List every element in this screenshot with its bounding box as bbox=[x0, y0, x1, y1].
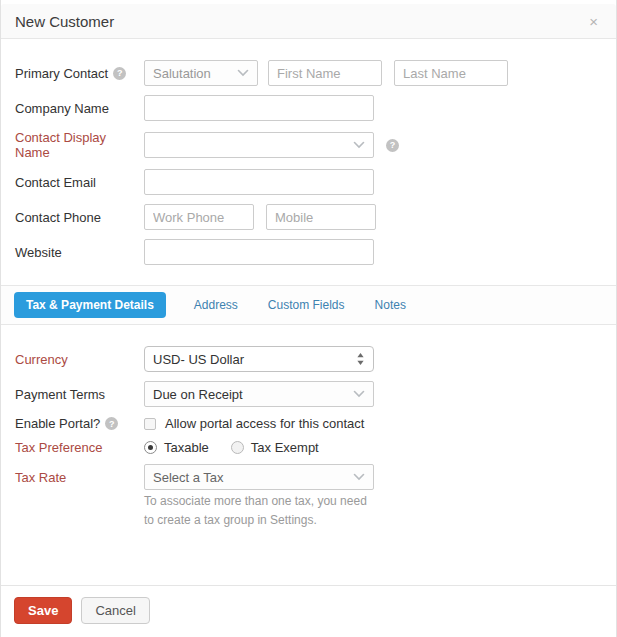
close-icon[interactable]: × bbox=[585, 12, 602, 31]
website-input[interactable] bbox=[144, 239, 374, 265]
portal-access-checkbox-label: Allow portal access for this contact bbox=[165, 416, 364, 431]
work-phone-input[interactable] bbox=[144, 204, 254, 230]
enable-portal-label: Enable Portal? bbox=[15, 416, 100, 431]
last-name-input[interactable] bbox=[394, 60, 508, 86]
tax-rate-label-group: Tax Rate bbox=[15, 470, 144, 485]
contact-phone-label: Contact Phone bbox=[15, 210, 101, 225]
contact-display-name-label: Contact Display Name bbox=[15, 130, 144, 160]
tax-rate-help-text: To associate more than one tax, you need… bbox=[144, 492, 380, 529]
chevron-down-icon bbox=[237, 69, 249, 77]
currency-select-value: USD- US Dollar bbox=[153, 352, 244, 367]
portal-access-checkbox[interactable] bbox=[144, 418, 156, 430]
help-icon[interactable]: ? bbox=[105, 417, 118, 430]
payment-terms-select[interactable]: Due on Receipt bbox=[144, 381, 374, 407]
tax-rate-field-group: Select a Tax To associate more than one … bbox=[144, 464, 380, 529]
company-name-input[interactable] bbox=[144, 95, 374, 121]
website-label-group: Website bbox=[15, 245, 144, 260]
tab-address[interactable]: Address bbox=[192, 292, 240, 318]
enable-portal-label-group: Enable Portal? ? bbox=[15, 416, 144, 431]
payment-terms-label: Payment Terms bbox=[15, 387, 105, 402]
taxable-radio[interactable] bbox=[144, 441, 157, 454]
primary-contact-label: Primary Contact bbox=[15, 66, 108, 81]
contact-email-input[interactable] bbox=[144, 169, 374, 195]
payment-terms-row: Payment Terms Due on Receipt bbox=[15, 381, 602, 407]
currency-row: Currency USD- US Dollar bbox=[15, 346, 602, 372]
tax-preference-label-group: Tax Preference bbox=[15, 440, 144, 455]
taxable-radio-label: Taxable bbox=[164, 440, 209, 455]
contact-form-section: Primary Contact ? Salutation Company Nam… bbox=[1, 39, 616, 265]
currency-select[interactable]: USD- US Dollar bbox=[144, 346, 374, 372]
payment-terms-select-value: Due on Receipt bbox=[153, 387, 243, 402]
salutation-select-value: Salutation bbox=[153, 66, 211, 81]
tab-notes[interactable]: Notes bbox=[373, 292, 408, 318]
tab-custom-fields[interactable]: Custom Fields bbox=[266, 292, 347, 318]
contact-display-name-row: Contact Display Name ? bbox=[15, 130, 602, 160]
payment-terms-label-group: Payment Terms bbox=[15, 387, 144, 402]
dialog-title: New Customer bbox=[15, 13, 114, 30]
currency-label: Currency bbox=[15, 352, 68, 367]
tax-payment-section: Currency USD- US Dollar Payment Terms Du… bbox=[1, 325, 616, 529]
tax-rate-select-value: Select a Tax bbox=[153, 470, 224, 485]
enable-portal-row: Enable Portal? ? Allow portal access for… bbox=[15, 416, 602, 431]
tab-tax-payment-details[interactable]: Tax & Payment Details bbox=[14, 292, 166, 318]
dialog-header: New Customer × bbox=[1, 4, 616, 39]
taxable-radio-option[interactable]: Taxable bbox=[144, 440, 209, 455]
chevron-down-icon bbox=[353, 141, 365, 149]
currency-label-group: Currency bbox=[15, 352, 144, 367]
contact-email-label-group: Contact Email bbox=[15, 175, 144, 190]
dialog-footer: Save Cancel bbox=[1, 585, 616, 637]
tax-preference-label: Tax Preference bbox=[15, 440, 102, 455]
tax-rate-row: Tax Rate Select a Tax To associate more … bbox=[15, 464, 602, 529]
contact-email-row: Contact Email bbox=[15, 169, 602, 195]
company-name-label-group: Company Name bbox=[15, 101, 144, 116]
mobile-input[interactable] bbox=[266, 204, 376, 230]
help-icon[interactable]: ? bbox=[386, 139, 399, 152]
tax-exempt-radio-option[interactable]: Tax Exempt bbox=[231, 440, 319, 455]
contact-email-label: Contact Email bbox=[15, 175, 96, 190]
chevron-down-icon bbox=[353, 473, 365, 481]
salutation-select[interactable]: Salutation bbox=[144, 60, 258, 86]
contact-phone-label-group: Contact Phone bbox=[15, 210, 144, 225]
cancel-button[interactable]: Cancel bbox=[81, 597, 149, 624]
contact-display-name-label-group: Contact Display Name bbox=[15, 130, 144, 160]
company-name-label: Company Name bbox=[15, 101, 109, 116]
tax-exempt-radio[interactable] bbox=[231, 441, 244, 454]
website-row: Website bbox=[15, 239, 602, 265]
company-name-row: Company Name bbox=[15, 95, 602, 121]
stepper-icon bbox=[356, 352, 365, 366]
tax-exempt-radio-label: Tax Exempt bbox=[251, 440, 319, 455]
tax-rate-label: Tax Rate bbox=[15, 470, 66, 485]
primary-contact-label-group: Primary Contact ? bbox=[15, 66, 144, 81]
first-name-input[interactable] bbox=[268, 60, 382, 86]
tab-strip: Tax & Payment Details Address Custom Fie… bbox=[1, 285, 616, 325]
tax-rate-select[interactable]: Select a Tax bbox=[144, 464, 374, 490]
new-customer-dialog: New Customer × Primary Contact ? Salutat… bbox=[0, 0, 617, 637]
contact-phone-row: Contact Phone bbox=[15, 204, 602, 230]
chevron-down-icon bbox=[353, 390, 365, 398]
tax-preference-row: Tax Preference Taxable Tax Exempt bbox=[15, 440, 602, 455]
save-button[interactable]: Save bbox=[14, 597, 72, 624]
contact-display-name-select[interactable] bbox=[144, 132, 374, 158]
help-icon[interactable]: ? bbox=[113, 67, 126, 80]
website-label: Website bbox=[15, 245, 62, 260]
primary-contact-row: Primary Contact ? Salutation bbox=[15, 60, 602, 86]
